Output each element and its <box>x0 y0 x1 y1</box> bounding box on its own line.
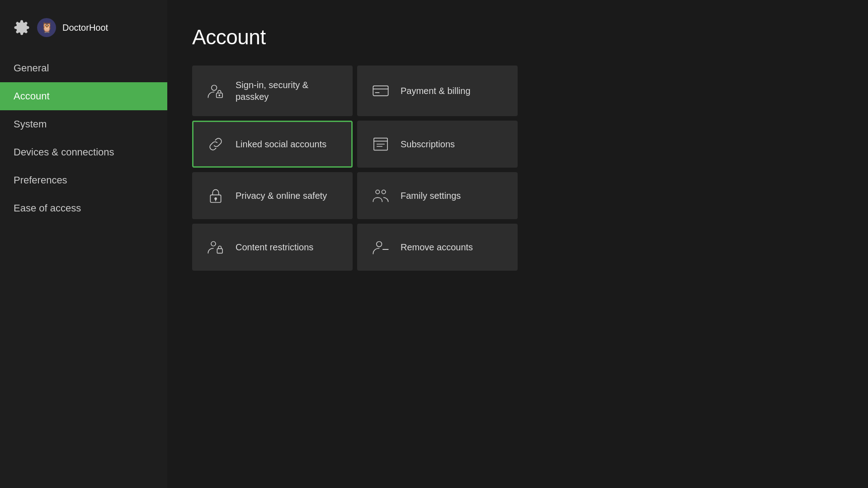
tile-remove-accounts[interactable]: Remove accounts <box>357 224 518 271</box>
tile-sign-in-security-label: Sign-in, security & passkey <box>236 79 339 103</box>
main-content: Account Sign-in, security & passkey <box>167 0 868 488</box>
tile-linked-social-accounts[interactable]: Linked social accounts <box>192 121 353 168</box>
sidebar-item-account[interactable]: Account <box>0 82 167 110</box>
family-icon <box>371 186 391 206</box>
tile-content-restrictions[interactable]: Content restrictions <box>192 224 353 271</box>
tile-family-settings-label: Family settings <box>401 190 461 202</box>
tile-remove-accounts-label: Remove accounts <box>401 241 473 253</box>
svg-point-2 <box>219 95 220 96</box>
tile-linked-social-accounts-label: Linked social accounts <box>236 138 326 150</box>
sidebar-nav: General Account System Devices & connect… <box>0 54 167 222</box>
tile-payment-billing[interactable]: Payment & billing <box>357 66 518 116</box>
tile-payment-billing-label: Payment & billing <box>401 85 471 97</box>
tiles-grid: Sign-in, security & passkey Payment & bi… <box>192 66 518 271</box>
svg-rect-3 <box>373 86 388 96</box>
tile-subscriptions[interactable]: Subscriptions <box>357 121 518 168</box>
tile-content-restrictions-label: Content restrictions <box>236 241 313 253</box>
tile-family-settings[interactable]: Family settings <box>357 172 518 219</box>
tile-subscriptions-label: Subscriptions <box>401 138 455 150</box>
tile-sign-in-security[interactable]: Sign-in, security & passkey <box>192 66 353 116</box>
sidebar-item-general[interactable]: General <box>0 54 167 82</box>
svg-point-13 <box>376 190 379 194</box>
person-minus-icon <box>371 237 391 257</box>
avatar: 🦉 <box>37 18 56 37</box>
person-lock-icon <box>206 81 226 101</box>
settings-icon[interactable] <box>13 19 31 37</box>
sidebar-item-preferences[interactable]: Preferences <box>0 166 167 194</box>
lock-icon <box>206 186 226 206</box>
svg-point-14 <box>382 190 386 194</box>
sidebar-header: 🦉 DoctorHoot <box>0 14 167 50</box>
svg-point-0 <box>212 85 217 91</box>
sidebar-item-devices-connections[interactable]: Devices & connections <box>0 138 167 166</box>
page-title: Account <box>192 25 841 49</box>
tile-privacy-online-safety-label: Privacy & online safety <box>236 190 327 202</box>
svg-point-17 <box>377 242 382 247</box>
subscriptions-icon <box>371 134 391 154</box>
sidebar-item-system[interactable]: System <box>0 110 167 138</box>
sidebar-item-ease-of-access[interactable]: Ease of access <box>0 194 167 222</box>
sidebar: 🦉 DoctorHoot General Account System Devi… <box>0 0 167 488</box>
link-chain-icon <box>206 134 226 154</box>
svg-point-15 <box>211 242 216 246</box>
sidebar-username: DoctorHoot <box>62 23 108 33</box>
svg-rect-16 <box>217 249 222 253</box>
tile-privacy-online-safety[interactable]: Privacy & online safety <box>192 172 353 219</box>
person-lock2-icon <box>206 237 226 257</box>
card-icon <box>371 81 391 101</box>
